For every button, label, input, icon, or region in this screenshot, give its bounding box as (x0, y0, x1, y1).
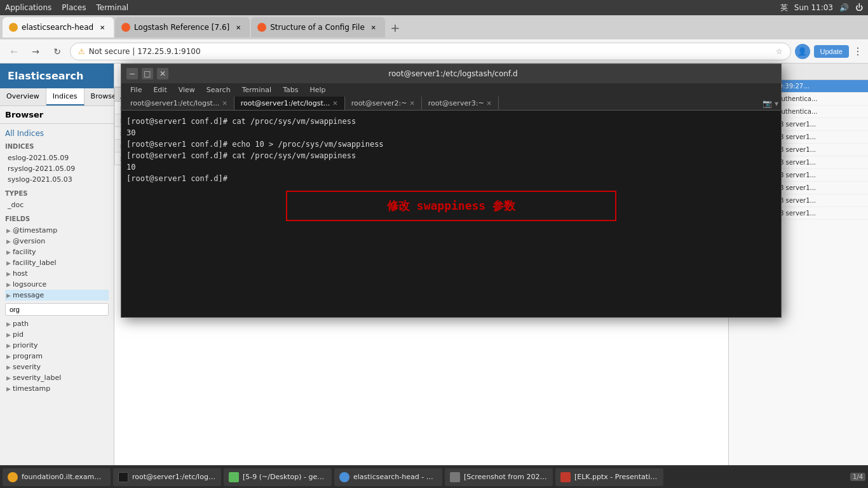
address-text: Not secure | 172.25.9.1:9100 (89, 47, 772, 56)
tab-favicon-2 (121, 23, 130, 32)
taskbar-item-3[interactable]: [5-9 (~/Desktop) - gedit] (224, 468, 332, 486)
terminal-menu-help[interactable]: Help (305, 85, 331, 95)
taskbar-item-6[interactable]: [ELK.pptx - Presentation] (555, 468, 663, 486)
os-bar: Applications Places Terminal 英 Sun 11:03… (0, 0, 868, 15)
field-item-host[interactable]: ▶host (5, 268, 109, 279)
terminal-menu-tabs[interactable]: Tabs (278, 85, 303, 95)
field-item-pid[interactable]: ▶pid (5, 329, 109, 340)
new-tab-button[interactable]: + (386, 18, 404, 36)
tab-favicon-1 (9, 23, 18, 32)
tab-close-3[interactable]: ✕ (369, 22, 379, 32)
terminal-menu-terminal[interactable]: Terminal (237, 85, 277, 95)
taskbar-icon-5 (450, 472, 460, 482)
menu-dots-icon[interactable]: ⋮ (853, 45, 863, 57)
field-item-logsource[interactable]: ▶logsource (5, 279, 109, 290)
os-lang: 英 (780, 3, 788, 13)
field-item-priority[interactable]: ▶priority (5, 340, 109, 351)
os-power-icon[interactable]: ⏻ (855, 3, 863, 12)
terminal-menu-view[interactable]: View (173, 85, 200, 95)
taskbar-label-2: root@server1:/etc/logstash... (132, 473, 216, 481)
es-sidebar: Elasticsearch Overview Indices Browser B… (0, 64, 114, 488)
terminal-screenshot-icon[interactable]: 📷 (763, 99, 772, 108)
terminal-tab-1[interactable]: root@server1:/etc/logst... ✕ (124, 97, 234, 110)
terminal-tab-3-label: root@server2:~ (351, 99, 407, 107)
terminal-window: − □ ✕ root@server1:/etc/logstash/conf.d … (121, 64, 782, 318)
profile-avatar[interactable]: 👤 (795, 44, 810, 59)
es-app-title: Elasticsearch (0, 64, 114, 88)
os-places[interactable]: Places (62, 3, 86, 12)
terminal-tab-3-close[interactable]: ✕ (409, 100, 414, 107)
taskbar-icon-2 (118, 472, 128, 482)
browser-tab-3[interactable]: Structure of a Config File ✕ (251, 17, 385, 37)
taskbar-item-2[interactable]: root@server1:/etc/logstash... (113, 468, 221, 486)
field-item-severity[interactable]: ▶severity (5, 362, 109, 372)
terminal-tab-1-label: root@server1:/etc/logst... (130, 99, 219, 107)
taskbar-page-num: 1/4 (850, 473, 865, 481)
terminal-menu-file[interactable]: File (125, 85, 147, 95)
taskbar-label-1: foundation0.ilt.example.co... (22, 473, 105, 481)
field-item-severity-label[interactable]: ▶severity_label (5, 372, 109, 383)
es-tab-overview[interactable]: Overview (0, 88, 46, 105)
terminal-minimize-button[interactable]: − (126, 68, 138, 79)
terminal-dropdown-icon[interactable]: ▾ (775, 99, 778, 108)
terminal-tab-4-close[interactable]: ✕ (487, 100, 492, 107)
address-bar[interactable]: ⚠ Not secure | 172.25.9.1:9100 ☆ (70, 43, 791, 60)
all-indices-link[interactable]: All Indices (5, 129, 109, 138)
field-item-facility-label[interactable]: ▶facility_label (5, 257, 109, 268)
forward-button[interactable]: → (27, 43, 44, 60)
browser-tab-1[interactable]: elasticsearch-head ✕ (3, 17, 114, 37)
terminal-tab-2-close[interactable]: ✕ (332, 100, 337, 107)
os-clock: Sun 11:03 (794, 3, 833, 12)
terminal-menu-edit[interactable]: Edit (148, 85, 172, 95)
taskbar-label-3: [5-9 (~/Desktop) - gedit] (243, 473, 327, 481)
reload-button[interactable]: ↻ (48, 43, 66, 60)
tab-favicon-3 (257, 23, 266, 32)
lock-icon: ⚠ (78, 47, 85, 56)
field-item-program[interactable]: ▶program (5, 351, 109, 362)
browser-tab-2[interactable]: Logstash Reference [7.6] ✕ (115, 17, 250, 37)
section-label-indices: Indices (5, 143, 109, 150)
terminal-tab-4[interactable]: root@server3:~ ✕ (422, 97, 499, 110)
update-button[interactable]: Update (814, 45, 849, 58)
terminal-menubar: File Edit View Search Terminal Tabs Help (121, 83, 781, 97)
es-tab-indices[interactable]: Indices (46, 88, 85, 105)
os-terminal[interactable]: Terminal (96, 3, 128, 12)
index-item-eslog[interactable]: eslog-2021.05.09 (5, 152, 109, 163)
terminal-tab-1-close[interactable]: ✕ (222, 100, 227, 107)
terminal-tab-icons: 📷 ▾ (763, 99, 778, 108)
terminal-tab-2[interactable]: root@server1:/etc/logst... ✕ (234, 97, 345, 110)
field-item-timestamp[interactable]: ▶@timestamp (5, 225, 109, 236)
terminal-line: 10 (126, 161, 776, 173)
terminal-content[interactable]: [root@server1 conf.d]# cat /proc/sys/vm/… (121, 111, 781, 317)
taskbar-item-1[interactable]: foundation0.ilt.example.co... (3, 468, 111, 486)
taskbar-label-6: [ELK.pptx - Presentation] (574, 473, 658, 481)
sidebar-section-title: Browser (0, 106, 114, 124)
field-item-path[interactable]: ▶path (5, 318, 109, 329)
field-search-input[interactable] (5, 303, 109, 316)
os-applications[interactable]: Applications (5, 3, 51, 12)
back-button[interactable]: ← (5, 43, 23, 60)
terminal-menu-search[interactable]: Search (201, 85, 236, 95)
os-volume-icon[interactable]: 🔊 (839, 3, 849, 12)
terminal-line: [root@server1 conf.d]# echo 10 > /proc/s… (126, 139, 776, 150)
terminal-maximize-button[interactable]: □ (142, 68, 153, 79)
field-item-version[interactable]: ▶@version (5, 236, 109, 247)
tab-close-1[interactable]: ✕ (97, 22, 107, 32)
bookmark-icon[interactable]: ☆ (776, 47, 783, 56)
es-nav-tabs: Overview Indices Browser (0, 88, 114, 106)
terminal-annotation: 修改 swappiness 参数 (286, 191, 616, 221)
field-item-message[interactable]: ▶message (5, 290, 109, 301)
field-item-timestamp2[interactable]: ▶timestamp (5, 383, 109, 394)
terminal-close-button[interactable]: ✕ (157, 68, 168, 79)
index-item-rsyslog[interactable]: rsyslog-2021.05.09 (5, 163, 109, 174)
taskbar-item-4[interactable]: elasticsearch-head - Google ... (334, 468, 442, 486)
type-item-doc: _doc (5, 200, 109, 210)
os-bar-right: 英 Sun 11:03 🔊 ⏻ (780, 3, 863, 13)
index-item-syslog[interactable]: syslog-2021.05.03 (5, 174, 109, 185)
tab-close-2[interactable]: ✕ (233, 22, 243, 32)
taskbar-item-5[interactable]: [Screenshot from 2021-05-... (445, 468, 553, 486)
field-item-facility[interactable]: ▶facility (5, 247, 109, 257)
nav-bar: ← → ↻ ⚠ Not secure | 172.25.9.1:9100 ☆ 👤… (0, 39, 868, 64)
terminal-tab-3[interactable]: root@server2:~ ✕ (345, 97, 422, 110)
terminal-tabs: root@server1:/etc/logst... ✕ root@server… (121, 97, 781, 111)
